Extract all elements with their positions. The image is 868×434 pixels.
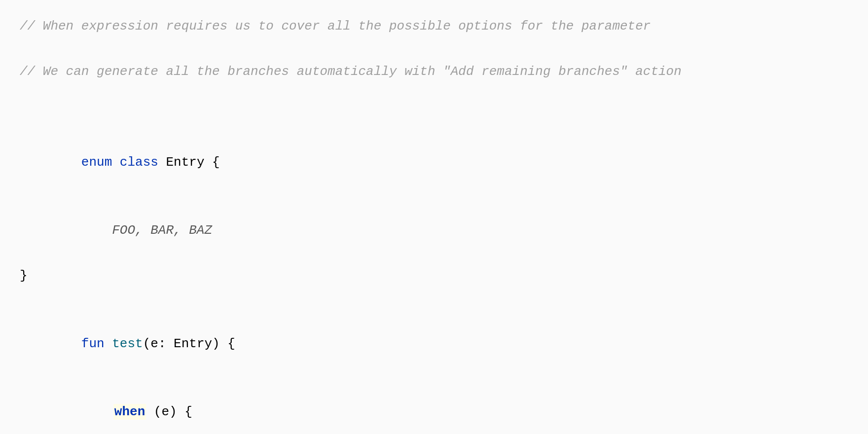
line-fun-decl: fun test(e: Entry) { xyxy=(10,310,868,378)
line-5 xyxy=(10,106,868,128)
line-close-1: } xyxy=(10,264,868,287)
keyword-fun: fun xyxy=(81,336,105,351)
keyword-enum: enum xyxy=(81,155,112,170)
enum-values: FOO, BAR, BAZ xyxy=(81,223,212,238)
line-when: when (e) { xyxy=(10,378,868,434)
line-1: // When expression requires us to cover … xyxy=(10,15,868,37)
close-brace-1: } xyxy=(10,264,28,287)
line-2 xyxy=(10,37,868,60)
keyword-when: when xyxy=(113,404,146,420)
line-enum-values: FOO, BAR, BAZ xyxy=(10,196,868,264)
line-9 xyxy=(10,287,868,310)
line-3: // We can generate all the branches auto… xyxy=(10,60,868,83)
code-editor: // When expression requires us to cover … xyxy=(0,0,868,434)
line-4 xyxy=(10,83,868,106)
comment-line-1: // When expression requires us to cover … xyxy=(10,15,651,37)
code-area: // When expression requires us to cover … xyxy=(0,15,868,434)
fun-name: test xyxy=(112,336,143,351)
comment-line-3: // We can generate all the branches auto… xyxy=(10,60,682,83)
line-enum-decl: enum class Entry { xyxy=(10,128,868,196)
keyword-class: class xyxy=(120,155,158,170)
